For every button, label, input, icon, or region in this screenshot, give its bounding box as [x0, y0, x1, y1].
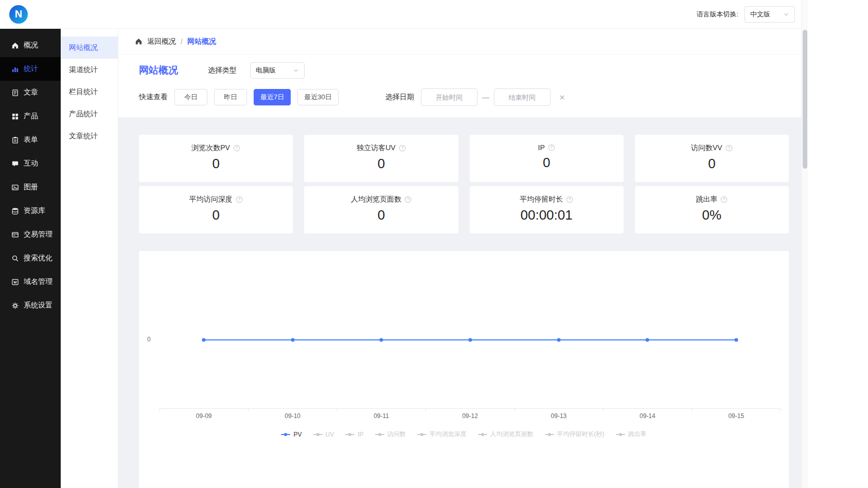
type-label: 选择类型 — [208, 66, 237, 75]
device-type-select[interactable]: 电脑版 — [250, 62, 305, 79]
legend-marker-icon — [345, 434, 355, 435]
doc-icon — [11, 89, 19, 97]
sidebar-item-label: 域名管理 — [24, 277, 52, 286]
scrollbar-thumb[interactable] — [803, 30, 807, 169]
chevron-down-icon — [783, 11, 789, 17]
domain-icon — [11, 278, 19, 286]
date-range-dash: — — [482, 93, 489, 101]
stat-value: 0 — [378, 207, 385, 223]
legend-item[interactable]: 人均浏览页面数 — [478, 430, 534, 439]
stat-card-pv: 浏览次数PV0 — [139, 135, 293, 182]
data-point — [468, 338, 472, 342]
stat-label: 平均访问深度 — [189, 195, 243, 204]
breadcrumb-current[interactable]: 网站概况 — [187, 37, 216, 46]
date-range-label: 选择日期 — [385, 93, 414, 102]
help-icon[interactable] — [404, 196, 412, 203]
sidebar-item-articles[interactable]: 文章 — [0, 81, 61, 104]
sidebar-item-resource-library[interactable]: 资源库 — [0, 199, 61, 223]
submenu-item-product-stats[interactable]: 产品统计 — [61, 103, 118, 125]
stat-value: 00:00:01 — [521, 207, 573, 223]
language-select[interactable]: 中文版 — [745, 6, 795, 23]
submenu-item-channel-stats[interactable]: 渠道统计 — [61, 59, 118, 81]
quick-30days-button[interactable]: 最近30日 — [297, 89, 338, 105]
legend-item[interactable]: UV — [313, 431, 334, 438]
legend-item[interactable]: 跳出率 — [616, 430, 647, 439]
legend-item[interactable]: 平均停留时长(秒) — [545, 430, 605, 439]
stat-card-pages-per-visitor: 人均浏览页面数0 — [304, 186, 458, 233]
help-icon[interactable] — [233, 144, 240, 152]
sidebar-item-label: 产品 — [24, 112, 38, 121]
legend-item[interactable]: IP — [345, 431, 363, 438]
home-icon — [11, 42, 19, 49]
sidebar-item-label: 文章 — [24, 88, 38, 97]
trade-icon — [11, 231, 19, 239]
chart-legend: PVUVIP访问数平均浏览深度人均浏览页面数平均停留时长(秒)跳出率 — [146, 430, 782, 439]
help-icon[interactable] — [548, 144, 555, 151]
stat-card-ip: IP0 — [470, 135, 624, 182]
start-date-input[interactable] — [421, 88, 477, 106]
app-logo[interactable]: N — [9, 5, 28, 24]
sidebar-item-label: 交易管理 — [24, 230, 52, 239]
quick-view-label: 快速查看 — [139, 93, 168, 102]
grid-icon — [11, 113, 19, 120]
sidebar-item-products[interactable]: 产品 — [0, 104, 61, 128]
data-point — [646, 338, 649, 342]
stat-value: 0 — [708, 156, 715, 172]
stat-label: IP — [538, 143, 555, 152]
sidebar-item-statistics[interactable]: 统计 — [0, 57, 61, 81]
x-axis-label: 09-15 — [728, 412, 744, 420]
stat-card-avg-duration: 平均停留时长00:00:01 — [470, 186, 624, 233]
help-icon[interactable] — [566, 196, 573, 203]
scrollbar[interactable] — [801, 0, 808, 488]
image-icon — [11, 184, 19, 191]
x-axis-label: 09-10 — [285, 412, 300, 420]
stat-value: 0 — [212, 207, 219, 223]
legend-marker-icon — [281, 434, 290, 435]
end-date-input[interactable] — [494, 88, 551, 106]
sidebar-item-forms[interactable]: 表单 — [0, 128, 61, 152]
sidebar-item-interaction[interactable]: 互动 — [0, 152, 61, 175]
chevron-down-icon — [293, 67, 299, 74]
help-icon[interactable] — [236, 196, 243, 203]
quick-yesterday-button[interactable]: 昨日 — [214, 89, 247, 105]
sidebar-item-overview[interactable]: 概况 — [0, 33, 61, 57]
stat-label: 访问数VV — [691, 143, 733, 153]
filter-row: 快速查看 今日昨日最近7日最近30日 选择日期 — — [118, 86, 801, 117]
legend-marker-icon — [313, 434, 323, 435]
axis-tick-mark — [781, 409, 781, 411]
quick-7days-button[interactable]: 最近7日 — [254, 89, 291, 105]
sidebar-item-trade-management[interactable]: 交易管理 — [0, 223, 61, 246]
clear-date-icon[interactable] — [559, 94, 565, 101]
sidebar-item-system-settings[interactable]: 系统设置 — [0, 294, 61, 317]
stat-label: 平均停留时长 — [520, 195, 573, 204]
legend-item[interactable]: 平均浏览深度 — [417, 430, 467, 439]
breadcrumb-back-link[interactable]: 返回概况 — [147, 37, 176, 46]
data-point — [557, 338, 560, 342]
home-icon — [135, 38, 143, 45]
help-icon[interactable] — [399, 144, 406, 152]
x-axis-label: 09-13 — [551, 412, 567, 420]
submenu-item-column-stats[interactable]: 栏目统计 — [61, 81, 118, 103]
chart-icon — [11, 65, 19, 73]
db-icon — [11, 207, 19, 215]
device-type-value: 电脑版 — [256, 66, 276, 75]
submenu-item-article-stats[interactable]: 文章统计 — [61, 125, 118, 147]
topbar: N 语言版本切换: 中文版 — [0, 0, 801, 29]
sidebar-item-label: 统计 — [24, 64, 38, 74]
stat-label: 浏览次数PV — [191, 143, 240, 153]
submenu-item-site-overview[interactable]: 网站概况 — [61, 37, 118, 59]
legend-item[interactable]: 访问数 — [375, 430, 406, 439]
stat-label: 人均浏览页面数 — [351, 195, 412, 204]
sidebar-item-gallery[interactable]: 图册 — [0, 175, 61, 199]
quick-today-button[interactable]: 今日 — [174, 89, 207, 105]
help-icon[interactable] — [725, 144, 733, 152]
chart-card: 0 09-0909-1009-1109-1209-1309-1409-15 PV… — [139, 251, 789, 488]
sidebar-item-seo[interactable]: 搜索优化 — [0, 246, 61, 270]
legend-marker-icon — [616, 434, 625, 435]
help-icon[interactable] — [720, 196, 728, 203]
stat-card-uv: 独立访客UV0 — [304, 135, 458, 182]
chat-icon — [11, 160, 19, 168]
sidebar-item-domain-management[interactable]: 域名管理 — [0, 270, 61, 294]
legend-item[interactable]: PV — [281, 431, 302, 438]
stats-grid: 浏览次数PV0独立访客UV0IP0访问数VV0平均访问深度0人均浏览页面数0平均… — [139, 135, 789, 233]
